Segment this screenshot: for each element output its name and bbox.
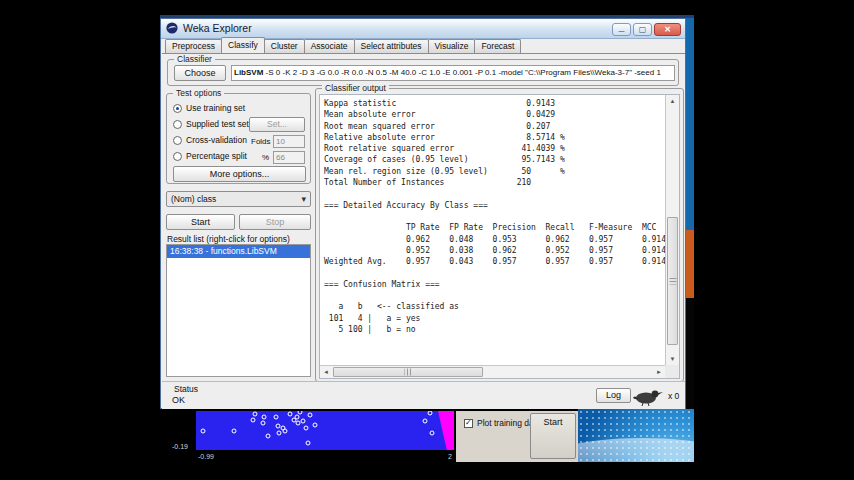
close-icon[interactable]: [654, 23, 681, 36]
test-options-group-label: Test options: [173, 88, 224, 98]
window-title: Weka Explorer: [183, 22, 252, 34]
classifier-output-group: Classifier output Kappa statistic 0.9143…: [315, 88, 684, 382]
stop-button[interactable]: Stop: [239, 214, 311, 230]
folds-field[interactable]: 10: [273, 135, 305, 148]
tab-classify[interactable]: Classify: [221, 37, 265, 53]
tab-associate[interactable]: Associate: [304, 39, 355, 53]
plot-x-min-label: -0.99: [198, 453, 214, 460]
weka-bird-icon: [632, 386, 664, 406]
screen: Weka Explorer Preprocess Classify Cluste…: [0, 0, 854, 480]
vertical-scrollbar-thumb[interactable]: [667, 217, 678, 345]
start-button[interactable]: Start: [166, 214, 235, 230]
classifier-group: Classifier Choose LibSVM -S 0 -K 2 -D 3 …: [167, 59, 679, 86]
scroll-left-icon[interactable]: ◄: [320, 366, 332, 378]
set-test-set-button[interactable]: Set...: [249, 117, 305, 132]
classifier-output-text: Kappa statistic 0.9143 Mean absolute err…: [324, 98, 666, 335]
checkbox-checked-icon: [464, 419, 473, 428]
maximize-icon[interactable]: [633, 23, 652, 36]
log-button[interactable]: Log: [596, 388, 631, 403]
plot-y-axis-label: -0.19: [172, 443, 188, 450]
result-list[interactable]: 16:38:38 - functions.LibSVM: [166, 244, 311, 377]
radio-use-training-set-label: Use training set: [186, 103, 245, 113]
plot-x-max-label: 2: [448, 453, 452, 460]
tab-cluster[interactable]: Cluster: [264, 39, 305, 53]
radio-percentage-split[interactable]: Percentage split: [173, 151, 247, 162]
window-controls: [612, 23, 681, 36]
radio-supplied-test-set-label: Supplied test set: [186, 119, 249, 129]
classifier-group-label: Classifier: [174, 54, 215, 64]
training-data-point: [295, 415, 300, 420]
training-data-point: [266, 434, 271, 439]
status-label: Status: [174, 384, 198, 394]
radio-supplied-test-set[interactable]: Supplied test set: [173, 119, 249, 130]
horizontal-scrollbar-thumb[interactable]: [333, 367, 483, 377]
scrollbar-grip: [669, 278, 676, 285]
training-data-point: [262, 415, 267, 420]
choose-classifier-button[interactable]: Choose: [174, 65, 226, 81]
tab-preprocess[interactable]: Preprocess: [165, 39, 222, 53]
horizontal-scrollbar[interactable]: ◄ ►: [320, 365, 665, 378]
tab-select-attributes[interactable]: Select attributes: [354, 39, 429, 53]
vertical-scrollbar[interactable]: ▲ ▼: [665, 95, 679, 365]
test-options-group: Test options Use training set Supplied t…: [166, 93, 311, 184]
training-data-point: [277, 431, 282, 436]
training-data-point: [288, 412, 293, 417]
title-bar[interactable]: Weka Explorer: [161, 19, 685, 39]
training-data-point: [261, 421, 266, 426]
background-strip: [686, 18, 694, 409]
class-attribute-value: (Nom) class: [171, 194, 216, 204]
result-list-label: Result list (right-click for options): [167, 234, 290, 244]
training-data-point: [253, 412, 258, 417]
visualizer-start-button[interactable]: Start: [530, 413, 576, 459]
weka-app-icon: [166, 22, 178, 34]
radio-selected-icon: [173, 104, 182, 113]
scroll-up-icon[interactable]: ▲: [666, 95, 679, 107]
wallpaper-swoosh: [578, 438, 694, 462]
classify-panel: Classifier Choose LibSVM -S 0 -K 2 -D 3 …: [162, 53, 685, 409]
radio-icon: [173, 136, 182, 145]
classifier-scheme-field[interactable]: LibSVM -S 0 -K 2 -D 3 -G 0.0 -R 0.0 -N 0…: [231, 65, 675, 81]
percent-field[interactable]: 66: [273, 151, 305, 164]
radio-icon: [173, 120, 182, 129]
tab-forecast[interactable]: Forecast: [474, 39, 521, 53]
training-data-point: [251, 418, 256, 423]
boundary-visualizer-window: -0.19 -0.99 2 Plot training data Start: [160, 409, 578, 462]
status-value: OK: [172, 395, 185, 405]
classifier-scheme-params: -S 0 -K 2 -D 3 -G 0.0 -R 0.0 -N 0.5 -M 4…: [263, 68, 661, 77]
class-attribute-combobox[interactable]: (Nom) class: [166, 191, 311, 207]
tab-visualize[interactable]: Visualize: [428, 39, 476, 53]
training-data-point: [430, 431, 435, 436]
radio-percentage-split-label: Percentage split: [186, 151, 247, 161]
radio-cross-validation[interactable]: Cross-validation: [173, 135, 247, 146]
background-strip-blue: [686, 18, 694, 230]
classifier-output-group-label: Classifier output: [322, 83, 389, 93]
training-data-point: [298, 411, 303, 415]
radio-cross-validation-label: Cross-validation: [186, 135, 247, 145]
radio-icon: [173, 152, 182, 161]
folds-label: Folds: [251, 137, 271, 146]
scrollbar-grip: [405, 369, 412, 376]
training-data-point: [304, 426, 309, 431]
memory-counter: x 0: [668, 391, 679, 401]
visualizer-control-panel: Plot training data Start: [456, 411, 578, 462]
scrollbar-corner: [665, 365, 679, 378]
training-data-point: [283, 429, 288, 434]
decision-boundary-region: [438, 411, 454, 450]
training-data-point: [274, 415, 279, 420]
classifier-scheme-name: LibSVM: [234, 68, 263, 77]
visualizer-plot[interactable]: [196, 411, 454, 450]
training-data-point: [232, 429, 237, 434]
radio-use-training-set[interactable]: Use training set: [173, 103, 245, 114]
tab-bar: Preprocess Classify Cluster Associate Se…: [162, 38, 684, 53]
minimize-icon[interactable]: [612, 23, 631, 36]
weka-explorer-window: Weka Explorer Preprocess Classify Cluste…: [160, 18, 686, 409]
training-data-point: [306, 441, 311, 446]
scroll-down-icon[interactable]: ▼: [666, 353, 679, 365]
result-list-item[interactable]: 16:38:38 - functions.LibSVM: [167, 245, 310, 258]
desktop-wallpaper: [578, 409, 694, 462]
training-data-point: [423, 419, 428, 424]
more-options-button[interactable]: More options...: [173, 166, 306, 182]
training-data-point: [201, 429, 206, 434]
classifier-output-panel[interactable]: Kappa statistic 0.9143 Mean absolute err…: [319, 94, 680, 379]
scroll-right-icon[interactable]: ►: [653, 366, 665, 378]
